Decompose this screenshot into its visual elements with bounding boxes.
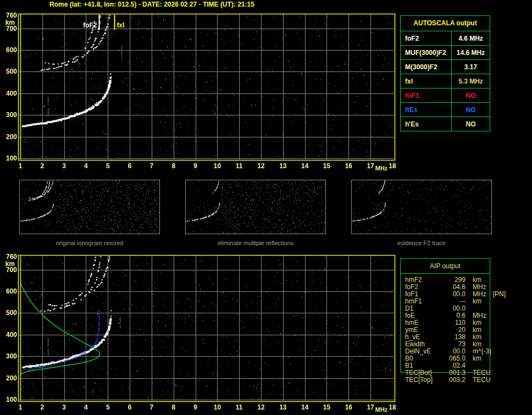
- thumbnail-caption-evidence: evidence F2 trace: [351, 240, 492, 246]
- aip-row: TEC[Top]003.2TECU: [400, 377, 510, 384]
- autoscala-row-value: NO: [452, 117, 490, 131]
- thumbnail-eliminate-reflections-canvas: [186, 180, 325, 234]
- aip-row-value: 003.2: [444, 377, 465, 384]
- autoscala-row: MUF(3000)F214.6 MHz: [401, 46, 490, 60]
- aip-row-note: [PN]: [486, 291, 506, 298]
- autoscala-row-value: 4.6 MHz: [452, 31, 490, 45]
- aip-row: D100.0: [400, 305, 510, 312]
- autoscala-row: fxI5.3 MHz: [401, 74, 490, 88]
- thumbnail-eliminate-reflections: [185, 180, 326, 234]
- autoscala-row-value: 5.3 MHz: [452, 74, 490, 88]
- autoscala-row: foF24.6 MHz: [401, 31, 490, 46]
- thumbnail-evidence-f2-trace-canvas: [352, 180, 491, 234]
- autoscala-row-value: NO: [452, 103, 490, 117]
- aip-rows: hmF2299kmfoF204.6MHzfoF100.0MHz[PN]hmF1-…: [400, 276, 510, 384]
- autoscala-row: ftEsNO: [401, 103, 490, 117]
- autoscala-row: h'EsNO: [401, 117, 490, 131]
- thumbnail-evidence-f2-trace: [351, 180, 492, 234]
- autoscala-rows: foF24.6 MHzMUF(3000)F214.6 MHzM(3000)F23…: [401, 31, 490, 131]
- autoscala-row-label: foF1: [401, 88, 452, 102]
- autoscala-row-label: h'Es: [401, 117, 452, 131]
- aip-row-unit: km: [465, 355, 481, 362]
- autoscala-row: M(3000)F23.17: [401, 60, 490, 74]
- autoscala-output-panel: AUTOSCALA output foF24.6 MHzMUF(3000)F21…: [400, 15, 490, 131]
- aip-row-unit: [465, 362, 473, 369]
- thumbnail-caption-eliminate: eliminate multiple reflections: [185, 240, 326, 246]
- aip-row-unit: TECU: [465, 377, 491, 384]
- autoscala-row-value: 3.17: [452, 60, 490, 74]
- aip-panel-header: AIP output: [401, 259, 490, 274]
- thumbnail-original-ionogram: [19, 180, 160, 234]
- aip-row-label: TEC[Top]: [400, 377, 444, 384]
- autoscala-row-value: NO: [452, 88, 490, 102]
- thumbnail-caption-original: original ionogram resized: [19, 240, 160, 246]
- autoscala-row-label: foF2: [401, 31, 452, 45]
- aip-row-unit: km: [465, 298, 481, 305]
- autoscala-panel-header: AUTOSCALA output: [401, 16, 490, 31]
- autoscala-row-label: fxI: [401, 74, 452, 88]
- bottom-ionogram-plot: [0, 252, 398, 415]
- autoscala-row: foF1NO: [401, 88, 490, 103]
- autoscala-row-label: ftEs: [401, 103, 452, 117]
- autoscala-row-label: MUF(3000)F2: [401, 46, 452, 59]
- thumbnail-original-ionogram-canvas: [20, 180, 159, 234]
- autoscala-row-label: M(3000)F2: [401, 60, 452, 74]
- top-ionogram-plot: [0, 10, 398, 173]
- page-title: Rome (lat: +41.8, lon: 012.5) - DATE: 20…: [49, 1, 254, 8]
- autoscala-row-value: 14.6 MHz: [452, 46, 490, 59]
- aip-row-unit: [465, 305, 473, 312]
